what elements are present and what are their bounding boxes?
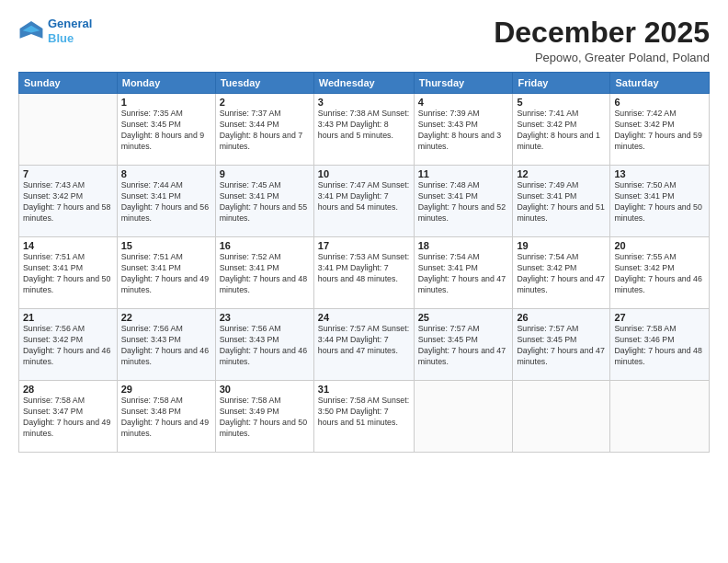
cell-content: Sunrise: 7:50 AM Sunset: 3:41 PM Dayligh… — [614, 180, 705, 224]
cell-content: Sunrise: 7:44 AM Sunset: 3:41 PM Dayligh… — [121, 180, 211, 224]
cell-content: Sunrise: 7:57 AM Sunset: 3:45 PM Dayligh… — [517, 324, 606, 368]
cell-content: Sunrise: 7:53 AM Sunset: 3:41 PM Dayligh… — [318, 252, 410, 285]
date-number: 14 — [23, 240, 113, 251]
main-title: December 2025 — [494, 17, 710, 49]
date-number: 6 — [614, 97, 705, 108]
date-number: 9 — [220, 168, 310, 179]
calendar-cell: 19Sunrise: 7:54 AM Sunset: 3:42 PM Dayli… — [513, 237, 610, 309]
cell-content: Sunrise: 7:43 AM Sunset: 3:42 PM Dayligh… — [23, 180, 113, 224]
date-number: 10 — [318, 168, 410, 179]
calendar-cell: 25Sunrise: 7:57 AM Sunset: 3:45 PM Dayli… — [414, 309, 513, 381]
calendar-cell: 7Sunrise: 7:43 AM Sunset: 3:42 PM Daylig… — [19, 166, 118, 237]
calendar-cell: 9Sunrise: 7:45 AM Sunset: 3:41 PM Daylig… — [215, 166, 313, 237]
cell-content: Sunrise: 7:38 AM Sunset: 3:43 PM Dayligh… — [318, 109, 410, 142]
cell-content: Sunrise: 7:57 AM Sunset: 3:45 PM Dayligh… — [418, 324, 509, 368]
calendar-cell: 22Sunrise: 7:56 AM Sunset: 3:43 PM Dayli… — [117, 309, 215, 381]
calendar-cell: 28Sunrise: 7:58 AM Sunset: 3:47 PM Dayli… — [19, 381, 118, 453]
calendar-cell — [513, 381, 610, 453]
date-number: 5 — [517, 97, 606, 108]
calendar-cell: 3Sunrise: 7:38 AM Sunset: 3:43 PM Daylig… — [313, 94, 414, 166]
date-number: 3 — [318, 97, 410, 108]
calendar-cell — [19, 94, 118, 166]
calendar-cell: 18Sunrise: 7:54 AM Sunset: 3:41 PM Dayli… — [414, 237, 513, 309]
cell-content: Sunrise: 7:41 AM Sunset: 3:42 PM Dayligh… — [517, 109, 606, 153]
date-number: 17 — [318, 240, 410, 251]
calendar-cell: 2Sunrise: 7:37 AM Sunset: 3:44 PM Daylig… — [215, 94, 313, 166]
date-number: 23 — [220, 312, 310, 323]
calendar-cell: 11Sunrise: 7:48 AM Sunset: 3:41 PM Dayli… — [414, 166, 513, 237]
cell-content: Sunrise: 7:49 AM Sunset: 3:41 PM Dayligh… — [517, 180, 606, 224]
date-number: 28 — [23, 384, 113, 395]
date-number: 13 — [614, 168, 705, 179]
calendar-cell: 26Sunrise: 7:57 AM Sunset: 3:45 PM Dayli… — [513, 309, 610, 381]
day-header-saturday: Saturday — [610, 73, 710, 94]
cell-content: Sunrise: 7:58 AM Sunset: 3:49 PM Dayligh… — [220, 396, 310, 440]
cell-content: Sunrise: 7:47 AM Sunset: 3:41 PM Dayligh… — [318, 180, 410, 213]
date-number: 15 — [121, 240, 211, 251]
day-header-monday: Monday — [117, 73, 215, 94]
calendar-cell: 31Sunrise: 7:58 AM Sunset: 3:50 PM Dayli… — [313, 381, 414, 453]
calendar-cell: 23Sunrise: 7:56 AM Sunset: 3:43 PM Dayli… — [215, 309, 313, 381]
date-number: 30 — [220, 384, 310, 395]
calendar-cell: 12Sunrise: 7:49 AM Sunset: 3:41 PM Dayli… — [513, 166, 610, 237]
cell-content: Sunrise: 7:58 AM Sunset: 3:50 PM Dayligh… — [318, 396, 410, 429]
day-header-sunday: Sunday — [19, 73, 118, 94]
calendar-page: General Blue December 2025 Pepowo, Great… — [0, 0, 728, 563]
cell-content: Sunrise: 7:55 AM Sunset: 3:42 PM Dayligh… — [614, 252, 705, 296]
cell-content: Sunrise: 7:45 AM Sunset: 3:41 PM Dayligh… — [220, 180, 310, 224]
title-block: December 2025 Pepowo, Greater Poland, Po… — [494, 17, 710, 64]
logo-line2: Blue — [48, 31, 74, 45]
cell-content: Sunrise: 7:37 AM Sunset: 3:44 PM Dayligh… — [220, 109, 310, 153]
cell-content: Sunrise: 7:39 AM Sunset: 3:43 PM Dayligh… — [418, 109, 509, 153]
cell-content: Sunrise: 7:56 AM Sunset: 3:43 PM Dayligh… — [121, 324, 211, 368]
calendar-cell: 4Sunrise: 7:39 AM Sunset: 3:43 PM Daylig… — [414, 94, 513, 166]
cell-content: Sunrise: 7:35 AM Sunset: 3:45 PM Dayligh… — [121, 109, 211, 153]
day-header-tuesday: Tuesday — [215, 73, 313, 94]
cell-content: Sunrise: 7:58 AM Sunset: 3:48 PM Dayligh… — [121, 396, 211, 440]
date-number: 7 — [23, 168, 113, 179]
calendar-table: SundayMondayTuesdayWednesdayThursdayFrid… — [18, 72, 710, 453]
calendar-cell: 15Sunrise: 7:51 AM Sunset: 3:41 PM Dayli… — [117, 237, 215, 309]
date-number: 31 — [318, 384, 410, 395]
calendar-cell: 24Sunrise: 7:57 AM Sunset: 3:44 PM Dayli… — [313, 309, 414, 381]
day-header-wednesday: Wednesday — [313, 73, 414, 94]
calendar-cell: 21Sunrise: 7:56 AM Sunset: 3:42 PM Dayli… — [19, 309, 118, 381]
date-number: 27 — [614, 312, 705, 323]
calendar-cell: 27Sunrise: 7:58 AM Sunset: 3:46 PM Dayli… — [610, 309, 710, 381]
date-number: 1 — [121, 97, 211, 108]
calendar-cell: 14Sunrise: 7:51 AM Sunset: 3:41 PM Dayli… — [19, 237, 118, 309]
cell-content: Sunrise: 7:51 AM Sunset: 3:41 PM Dayligh… — [121, 252, 211, 296]
cell-content: Sunrise: 7:56 AM Sunset: 3:42 PM Dayligh… — [23, 324, 113, 368]
date-number: 4 — [418, 97, 509, 108]
cell-content: Sunrise: 7:48 AM Sunset: 3:41 PM Dayligh… — [418, 180, 509, 224]
cell-content: Sunrise: 7:54 AM Sunset: 3:41 PM Dayligh… — [418, 252, 509, 296]
calendar-cell: 6Sunrise: 7:42 AM Sunset: 3:42 PM Daylig… — [610, 94, 710, 166]
date-number: 18 — [418, 240, 509, 251]
calendar-cell: 5Sunrise: 7:41 AM Sunset: 3:42 PM Daylig… — [513, 94, 610, 166]
date-number: 2 — [220, 97, 310, 108]
calendar-cell: 10Sunrise: 7:47 AM Sunset: 3:41 PM Dayli… — [313, 166, 414, 237]
date-number: 19 — [517, 240, 606, 251]
logo: General Blue — [18, 17, 92, 45]
date-number: 25 — [418, 312, 509, 323]
cell-content: Sunrise: 7:42 AM Sunset: 3:42 PM Dayligh… — [614, 109, 705, 153]
calendar-cell: 8Sunrise: 7:44 AM Sunset: 3:41 PM Daylig… — [117, 166, 215, 237]
date-number: 29 — [121, 384, 211, 395]
calendar-cell: 17Sunrise: 7:53 AM Sunset: 3:41 PM Dayli… — [313, 237, 414, 309]
calendar-cell — [610, 381, 710, 453]
calendar-cell: 1Sunrise: 7:35 AM Sunset: 3:45 PM Daylig… — [117, 94, 215, 166]
logo-icon — [18, 18, 44, 44]
subtitle: Pepowo, Greater Poland, Poland — [494, 51, 710, 64]
cell-content: Sunrise: 7:54 AM Sunset: 3:42 PM Dayligh… — [517, 252, 606, 296]
calendar-cell: 16Sunrise: 7:52 AM Sunset: 3:41 PM Dayli… — [215, 237, 313, 309]
day-header-thursday: Thursday — [414, 73, 513, 94]
calendar-cell: 20Sunrise: 7:55 AM Sunset: 3:42 PM Dayli… — [610, 237, 710, 309]
calendar-cell — [414, 381, 513, 453]
cell-content: Sunrise: 7:58 AM Sunset: 3:47 PM Dayligh… — [23, 396, 113, 440]
cell-content: Sunrise: 7:56 AM Sunset: 3:43 PM Dayligh… — [220, 324, 310, 368]
header: General Blue December 2025 Pepowo, Great… — [18, 17, 710, 64]
cell-content: Sunrise: 7:57 AM Sunset: 3:44 PM Dayligh… — [318, 324, 410, 357]
logo-text: General Blue — [48, 17, 92, 45]
date-number: 8 — [121, 168, 211, 179]
calendar-cell: 30Sunrise: 7:58 AM Sunset: 3:49 PM Dayli… — [215, 381, 313, 453]
